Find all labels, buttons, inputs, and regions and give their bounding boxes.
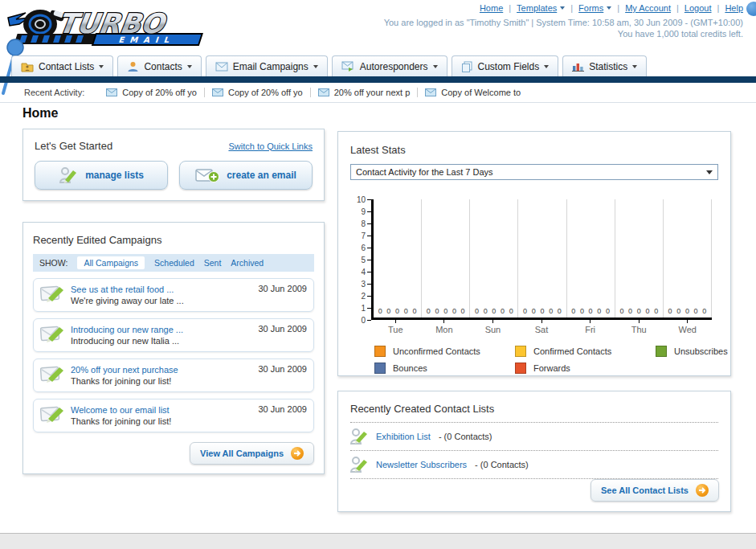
chart-day-group: 00000 bbox=[664, 199, 712, 318]
legend-swatch bbox=[656, 346, 667, 357]
legend-swatch bbox=[374, 346, 386, 357]
tab-email-campaigns[interactable]: Email Campaigns bbox=[206, 55, 328, 76]
logo-turbo-text: TURBO bbox=[56, 7, 169, 39]
stats-period-select[interactable]: Contact Activity for the Last 7 Days bbox=[350, 164, 718, 180]
value-label: 0 bbox=[654, 307, 658, 315]
contact-list-row[interactable]: Newsletter Subscribers - (0 Contacts) bbox=[350, 450, 718, 479]
campaign-title-link[interactable]: See us at the retail food ... bbox=[71, 285, 174, 294]
legend-label: Forwards bbox=[533, 363, 570, 373]
nav-separator: | bbox=[570, 3, 573, 13]
contact-list-row[interactable]: Exhibition List - (0 Contacts) bbox=[350, 422, 718, 450]
campaign-filter[interactable]: Scheduled bbox=[154, 258, 194, 268]
recent-activity-item[interactable]: Copy of Welcome to bbox=[417, 88, 528, 97]
chevron-down-icon bbox=[187, 65, 192, 68]
manage-lists-button[interactable]: manage lists bbox=[35, 161, 168, 190]
tab-label: Contacts bbox=[144, 61, 182, 72]
envelope-icon bbox=[212, 88, 223, 96]
nav-link-home[interactable]: Home bbox=[480, 3, 503, 13]
value-label: 0 bbox=[597, 307, 601, 315]
nav-link-forms[interactable]: Forms bbox=[578, 3, 611, 13]
y-tick: 5 bbox=[361, 256, 371, 264]
chart-x-axis: TueMonSunSatFriThuWed bbox=[371, 320, 712, 334]
value-label: 0 bbox=[532, 307, 536, 315]
tab-statistics[interactable]: Statistics bbox=[562, 55, 647, 76]
value-label: 0 bbox=[549, 307, 553, 315]
chart-day-group: 00000 bbox=[374, 199, 422, 318]
campaign-row[interactable]: Introducing our new range ... Introducin… bbox=[33, 318, 314, 352]
recent-activity-item[interactable]: 20% off your next p bbox=[310, 88, 418, 97]
see-all-contact-lists-label: See All Contact Lists bbox=[601, 485, 689, 495]
see-all-contact-lists-button[interactable]: See All Contact Lists bbox=[590, 479, 719, 502]
arrow-circle-icon bbox=[696, 484, 709, 497]
campaign-title-link[interactable]: 20% off your next purchase bbox=[71, 365, 178, 375]
recent-activity-item[interactable]: Copy of 20% off yo bbox=[99, 88, 204, 97]
nav-link-help[interactable]: Help bbox=[725, 3, 743, 13]
tab-contact-lists[interactable]: Contact Lists bbox=[11, 55, 113, 76]
tab-autoresponders[interactable]: Autoresponders bbox=[332, 55, 447, 76]
chevron-down-icon bbox=[632, 65, 637, 68]
legend-item: Unconfirmed Contacts bbox=[374, 346, 515, 357]
y-tick: 6 bbox=[361, 244, 371, 252]
campaign-row[interactable]: Welcome to our email list Thanks for joi… bbox=[33, 399, 314, 432]
contact-activity-chart: 012345678910 000000000000000000000000000… bbox=[350, 199, 718, 334]
nav-link-logout[interactable]: Logout bbox=[684, 3, 712, 13]
page-title: Home bbox=[22, 106, 58, 121]
tab-label: Statistics bbox=[589, 61, 627, 72]
value-label: 0 bbox=[492, 307, 496, 315]
value-label: 0 bbox=[637, 307, 641, 315]
campaign-date: 30 Jun 2009 bbox=[258, 284, 307, 293]
value-label: 0 bbox=[540, 307, 544, 315]
campaign-subtitle: Introducing our new Italia ... bbox=[71, 335, 183, 346]
contact-list-count: - (0 Contacts) bbox=[439, 432, 492, 441]
email-campaigns-icon bbox=[215, 62, 228, 72]
contact-lists-title: Recently Created Contact Lists bbox=[350, 403, 494, 415]
chevron-down-icon bbox=[560, 6, 565, 10]
recent-activity-label: Recent Activity: bbox=[24, 88, 84, 97]
contact-list-count: - (0 Contacts) bbox=[475, 460, 529, 469]
view-all-campaigns-button[interactable]: View All Campaigns bbox=[190, 442, 314, 465]
campaign-title-link[interactable]: Welcome to our email list bbox=[71, 405, 170, 415]
campaigns-filter-bar: SHOW: All Campaigns Scheduled Sent Archi… bbox=[33, 254, 314, 272]
autoresponders-icon bbox=[341, 61, 355, 72]
value-label: 0 bbox=[668, 307, 672, 315]
chart-day-group: 00000 bbox=[422, 199, 470, 318]
chevron-down-icon bbox=[544, 65, 549, 68]
y-tick: 7 bbox=[361, 231, 371, 240]
value-label: 0 bbox=[501, 307, 505, 315]
x-axis-label: Wed bbox=[663, 320, 712, 334]
value-label: 0 bbox=[628, 307, 632, 315]
contact-list-edit-icon bbox=[350, 456, 368, 473]
nav-separator: | bbox=[509, 3, 511, 13]
campaign-filter[interactable]: All Campaigns bbox=[77, 256, 145, 269]
recent-activity-item-label: 20% off your next p bbox=[334, 88, 411, 97]
manage-lists-label: manage lists bbox=[85, 170, 144, 181]
value-label: 0 bbox=[412, 307, 416, 315]
campaign-row[interactable]: 20% off your next purchase Thanks for jo… bbox=[33, 358, 314, 392]
campaign-edit-icon bbox=[40, 404, 64, 425]
campaign-row[interactable]: See us at the retail food ... We're givi… bbox=[33, 278, 314, 312]
legend-item: Unsubscribes bbox=[656, 346, 728, 357]
tab-custom-fields[interactable]: Custom Fields bbox=[452, 55, 559, 76]
tab-contacts[interactable]: Contacts bbox=[117, 55, 201, 76]
y-tick: 3 bbox=[361, 280, 371, 288]
campaign-filter[interactable]: Sent bbox=[204, 258, 222, 268]
contact-list-name-link[interactable]: Exhibition List bbox=[376, 432, 431, 441]
contact-list-name-link[interactable]: Newsletter Subscribers bbox=[376, 460, 467, 469]
logo-graphic: EMAIL TURBO bbox=[5, 3, 220, 48]
value-label: 0 bbox=[484, 307, 488, 315]
campaign-filter[interactable]: Archived bbox=[231, 258, 264, 268]
create-email-button[interactable]: create an email bbox=[179, 161, 313, 190]
recent-activity-item-label: Copy of Welcome to bbox=[441, 88, 521, 97]
campaign-title-link[interactable]: Introducing our new range ... bbox=[71, 325, 183, 334]
value-label: 0 bbox=[606, 307, 610, 315]
chart-day-group: 00000 bbox=[518, 199, 566, 318]
nav-link-templates[interactable]: Templates bbox=[517, 3, 565, 13]
footer-strip bbox=[0, 533, 756, 549]
x-axis-label: Tue bbox=[371, 320, 420, 334]
x-axis-label: Thu bbox=[615, 320, 664, 334]
nav-link-my-account[interactable]: My Account bbox=[625, 3, 671, 13]
recent-activity-item[interactable]: Copy of 20% off yo bbox=[204, 88, 310, 97]
login-status: You are logged in as "Timothy Smith" | S… bbox=[384, 18, 743, 27]
value-label: 0 bbox=[694, 307, 698, 315]
switch-quick-links-link[interactable]: Switch to Quick Links bbox=[228, 141, 313, 151]
